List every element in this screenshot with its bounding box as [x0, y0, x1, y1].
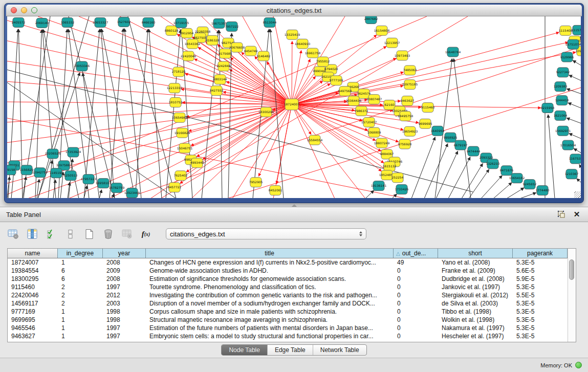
graph-node-label: 9115460	[421, 105, 435, 109]
delete-table-icon[interactable]	[121, 228, 133, 240]
close-window-button[interactable]	[11, 7, 17, 13]
table-row[interactable]: 946554611997Estimation of the future num…	[8, 324, 576, 332]
table-row[interactable]: 969969511998Structural magnetic resonanc…	[8, 316, 576, 324]
column-header-name[interactable]: name	[8, 249, 58, 258]
minimize-window-button[interactable]	[21, 7, 27, 13]
table-row[interactable]: 1830029562008Estimation of significance …	[8, 275, 576, 283]
cell-short: Nakamura et al. (1997)	[438, 324, 513, 332]
clear-selection-icon[interactable]	[64, 228, 76, 240]
network-window-titlebar[interactable]: citations_edges.txt	[6, 5, 582, 16]
graph-node-label: 12213957	[384, 41, 400, 45]
column-header-short[interactable]: short	[438, 249, 513, 258]
status-bar: Memory: OK	[0, 358, 588, 372]
graph-node-label: 9227342	[556, 70, 570, 74]
graph-node-label: 9474444	[467, 149, 481, 153]
zoom-window-button[interactable]	[31, 7, 37, 13]
table-toolbar: f(x) citations_edges.txt	[7, 227, 366, 241]
cell-title: Genome-wide association studies in ADHD.	[146, 267, 394, 274]
graph-node-label: 15692971	[555, 129, 571, 133]
select-all-columns-icon[interactable]	[45, 228, 57, 240]
column-header-in_degree[interactable]: in_degree	[58, 249, 103, 258]
graph-node-label: 10654985	[172, 116, 188, 119]
column-header-out_de[interactable]: △out_de...	[394, 249, 438, 258]
graph-node-label: 2887682	[364, 17, 378, 20]
cell-out_de: 0	[394, 283, 438, 291]
cell-name: 18724007	[8, 259, 58, 266]
column-header-pagerank[interactable]: pagerank	[513, 249, 568, 258]
cell-out_de: 49	[394, 259, 438, 266]
graph-node-label: 12923448	[124, 191, 140, 194]
graph-node-label: 99158	[7, 168, 15, 171]
table-row[interactable]: 946362711997Embryonic stem cells: a mode…	[8, 332, 576, 340]
graph-node-label: 1097349	[576, 49, 581, 53]
tab-node-table[interactable]: Node Table	[222, 345, 268, 355]
tab-edge-table[interactable]: Edge Table	[268, 345, 313, 355]
graph-node-label: 9699695	[419, 122, 432, 125]
create-column-icon[interactable]	[83, 228, 95, 240]
graph-node-label: 18724007	[284, 102, 300, 106]
graph-node-label: 1250513	[64, 173, 78, 177]
graph-node-label: 9146482	[257, 54, 271, 58]
table-row[interactable]: 1456911722003Disruption of a novel membe…	[8, 299, 576, 308]
table-row[interactable]: 2242004622012Investigating the contribut…	[8, 291, 576, 299]
table-vertical-scrollbar[interactable]	[568, 249, 576, 342]
cell-out_de: 0	[394, 275, 438, 282]
graph-node-label: 16154808	[374, 29, 390, 32]
cell-name: 14569117	[8, 300, 58, 307]
column-header-year[interactable]: year	[103, 249, 146, 258]
graph-node-label: 18495758	[398, 114, 413, 118]
table-mode-icon[interactable]	[7, 228, 19, 240]
column-display-icon[interactable]	[26, 228, 38, 240]
combo-arrows-icon	[359, 231, 362, 236]
graph-node-label: 10719155	[173, 21, 189, 25]
graph-node-label: 1733426	[395, 187, 409, 191]
graph-node-label: 2405572	[12, 20, 26, 24]
graph-node-label: 16958107	[96, 181, 112, 185]
table-row[interactable]: 1872400712008Changes of HCN gene express…	[8, 258, 576, 267]
network-graph[interactable]: 1872400789904486794028162107297771697462…	[7, 16, 581, 198]
cell-year: 2008	[103, 259, 146, 266]
float-panel-icon[interactable]	[556, 209, 567, 220]
graph-node-label: 2803144	[213, 77, 227, 81]
cell-in_degree: 1	[58, 259, 103, 266]
network-window-title: citations_edges.txt	[6, 7, 582, 14]
delete-column-icon[interactable]	[102, 228, 114, 240]
cell-pagerank: 5.3E-5	[513, 308, 568, 315]
graph-node-label: 12975185	[402, 82, 418, 86]
cell-out_de: 0	[394, 333, 438, 340]
cell-short: Jankovic et al. (1997)	[438, 283, 513, 291]
table-tabs: Node TableEdge TableNetwork Table	[0, 344, 588, 356]
graph-node-label: 1115408	[559, 29, 573, 32]
resize-grip-icon[interactable]	[574, 191, 581, 198]
table-selector[interactable]: citations_edges.txt	[166, 228, 366, 239]
cell-pagerank: 5.3E-5	[513, 259, 568, 266]
function-builder-icon[interactable]: f(x)	[140, 228, 152, 240]
table-row[interactable]: 1938455462009Genome-wide association stu…	[8, 267, 576, 275]
graph-node-label: 18807249	[374, 141, 390, 145]
table-row[interactable]: 977716911998Corpus callosum shape and si…	[8, 308, 576, 316]
column-header-title[interactable]: title	[146, 249, 394, 258]
graph-node-label: 8454749	[244, 49, 258, 53]
graph-node-label: 6497568	[338, 89, 352, 93]
graph-node-label: 16782759	[109, 186, 125, 189]
graph-node-label: 9958925	[444, 136, 458, 139]
tab-network-table[interactable]: Network Table	[313, 345, 366, 355]
close-panel-icon[interactable]: ✕	[572, 209, 582, 220]
graph-node-label: 3624574	[357, 92, 371, 95]
cell-year: 1997	[103, 283, 146, 291]
network-canvas[interactable]: 1872400789904486794028162107297771697462…	[7, 16, 581, 198]
graph-node-label: 18640910	[295, 42, 311, 46]
cell-short: Wolkin et al. (1998)	[438, 316, 513, 323]
node-table: namein_degreeyeartitle△out_de...shortpag…	[7, 248, 576, 342]
graph-node-label: 252254	[392, 176, 404, 179]
table-row[interactable]: 911546021997Tourette syndrome. Phenomeno…	[8, 283, 576, 291]
graph-node-label: 8471676	[500, 168, 514, 172]
graph-node-label: 6794028	[324, 67, 338, 71]
cell-in_degree: 6	[58, 275, 103, 282]
memory-indicator-icon[interactable]	[575, 362, 582, 368]
cell-name: 19384554	[8, 267, 58, 274]
scrollbar-thumb[interactable]	[569, 259, 574, 280]
cell-year: 1998	[103, 316, 146, 323]
graph-node-label: 9242848	[217, 64, 231, 68]
graph-node-label: 8860128	[165, 29, 179, 32]
